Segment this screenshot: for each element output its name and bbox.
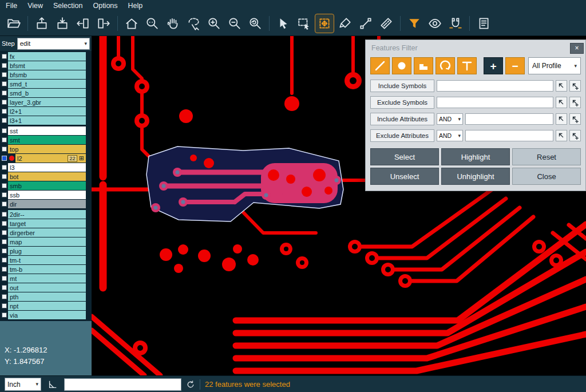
area-select-icon[interactable] [295, 14, 313, 33]
layer-row-dirgerber[interactable]: dirgerber [0, 228, 92, 237]
layer-checkbox[interactable] [0, 276, 8, 281]
layer-label[interactable]: mt [8, 274, 86, 283]
lasso-select-icon[interactable] [184, 14, 203, 33]
layer-row-layer_3.gbr[interactable]: layer_3.gbr [0, 98, 92, 106]
layer-row-bfsmt[interactable]: bfsmt [0, 61, 92, 70]
snap-magnet-icon[interactable] [446, 14, 465, 33]
close-icon[interactable]: × [570, 43, 584, 54]
layer-label[interactable]: l222⊞ [15, 154, 86, 163]
paint-icon[interactable] [336, 14, 354, 33]
layer-row-smt[interactable]: smt [0, 136, 92, 144]
layer-label[interactable]: layer_3.gbr [8, 98, 86, 106]
export-up-icon[interactable] [33, 14, 51, 33]
layer-row-2dir--[interactable]: 2dir-- [0, 210, 92, 219]
layer-label[interactable]: l3+1 [8, 116, 86, 125]
layer-label[interactable]: map [8, 237, 86, 246]
layer-label[interactable]: l2+1 [8, 107, 86, 116]
layer-checkbox[interactable] [0, 192, 8, 197]
layer-label[interactable]: ssb [8, 191, 86, 199]
layer-label[interactable]: bot [8, 172, 86, 181]
angle-tool-icon[interactable] [46, 378, 60, 391]
exclude-symbols-input[interactable] [437, 97, 553, 108]
include-attributes-input[interactable] [465, 113, 553, 125]
layer-label[interactable]: top [8, 145, 86, 153]
layer-row-bfsmb[interactable]: bfsmb [0, 70, 92, 79]
pcb-canvas[interactable]: Features Filter × +−All Profile▾ Include… [92, 36, 586, 375]
menu-item-help[interactable]: Help [128, 2, 143, 10]
layer-checkbox[interactable] [0, 221, 8, 226]
layer-checkbox[interactable] [0, 109, 8, 114]
pick-from-canvas-icon[interactable] [556, 113, 567, 125]
zoom-in-icon[interactable] [205, 14, 223, 33]
layer-checkbox[interactable] [0, 183, 8, 188]
layer-checkbox[interactable] [0, 201, 8, 207]
pad-feature-icon[interactable] [392, 57, 411, 74]
layer-checkbox[interactable] [0, 267, 8, 272]
layer-row-plug[interactable]: plug [0, 247, 92, 255]
layer-row-bot[interactable]: bot [0, 172, 92, 181]
command-input[interactable] [64, 378, 181, 391]
layer-row-l2[interactable]: l222⊞ [0, 154, 92, 163]
dialog-title-bar[interactable]: Features Filter × [366, 40, 585, 55]
menu-item-options[interactable]: Options [93, 2, 117, 10]
layer-label[interactable]: smt [8, 136, 86, 144]
layer-checkbox[interactable] [0, 63, 8, 68]
layer-checkbox[interactable] [0, 174, 8, 179]
notes-icon[interactable] [474, 14, 493, 33]
layer-row-l3[interactable]: l3 [0, 163, 92, 172]
unselect-button[interactable]: Unselect [370, 168, 439, 185]
layer-checkbox[interactable] [0, 285, 8, 290]
layer-checkbox[interactable] [0, 137, 8, 142]
layer-row-tm-b[interactable]: tm-b [0, 265, 92, 274]
step-selector[interactable]: edit ▾ [17, 38, 90, 50]
home-icon[interactable] [122, 14, 141, 33]
layer-label[interactable]: bfsmb [8, 70, 86, 79]
layer-row-smd_b[interactable]: smd_b [0, 89, 92, 97]
transform-icon[interactable] [315, 14, 334, 33]
layer-row-top[interactable]: top [0, 145, 92, 153]
layer-label[interactable]: target [8, 219, 86, 228]
layer-label[interactable]: bfsmt [8, 61, 86, 70]
zoom-select-icon[interactable] [143, 14, 161, 33]
filter-icon[interactable] [405, 14, 423, 33]
layer-label[interactable]: fx [8, 52, 86, 61]
add-filter-button[interactable]: + [484, 57, 503, 74]
and-or-selector[interactable]: AND▾ [437, 113, 463, 125]
layer-label[interactable]: smb [8, 181, 86, 190]
exclude-attributes-button[interactable]: Exclude Attributes [370, 129, 434, 142]
layer-checkbox[interactable] [0, 72, 8, 77]
close-button[interactable]: Close [512, 168, 581, 185]
layer-row-target[interactable]: target [0, 219, 92, 228]
highlight-button[interactable]: Highlight [441, 148, 510, 165]
layer-checkbox[interactable] [0, 128, 8, 133]
layer-row-map[interactable]: map [0, 237, 92, 246]
arc-feature-icon[interactable] [435, 57, 455, 74]
pick-add-icon[interactable] [569, 130, 581, 141]
reset-button[interactable]: Reset [512, 148, 581, 165]
layer-label[interactable]: dir [8, 200, 86, 208]
layer-checkbox[interactable] [0, 54, 8, 59]
layer-checkbox[interactable] [0, 294, 8, 299]
layer-row-npt[interactable]: npt [0, 302, 92, 310]
remove-filter-button[interactable]: − [505, 57, 525, 74]
layer-checkbox[interactable] [0, 248, 8, 254]
layer-label[interactable]: smd_b [8, 89, 86, 97]
layer-checkbox[interactable] [0, 230, 8, 235]
zoom-out-icon[interactable] [225, 14, 244, 33]
layer-row-l2+1[interactable]: l2+1 [0, 107, 92, 116]
measure-icon[interactable] [377, 14, 395, 33]
layer-label[interactable]: plug [8, 247, 86, 255]
layer-row-smb[interactable]: smb [0, 181, 92, 190]
refresh-icon[interactable] [186, 380, 195, 389]
import-down-icon[interactable] [53, 14, 72, 33]
import-left-icon[interactable] [74, 14, 92, 33]
exclude-symbols-button[interactable]: Exclude Symbols [370, 96, 434, 109]
layer-label[interactable]: tm-b [8, 265, 86, 274]
layer-row-l3+1[interactable]: l3+1 [0, 116, 92, 125]
layer-checkbox[interactable] [0, 81, 8, 86]
export-right-icon[interactable] [94, 14, 113, 33]
layer-label[interactable]: l3 [8, 163, 86, 172]
include-symbols-button[interactable]: Include Symbols [370, 80, 434, 92]
zoom-reset-icon[interactable] [246, 14, 264, 33]
view-eye-icon[interactable] [426, 14, 444, 33]
